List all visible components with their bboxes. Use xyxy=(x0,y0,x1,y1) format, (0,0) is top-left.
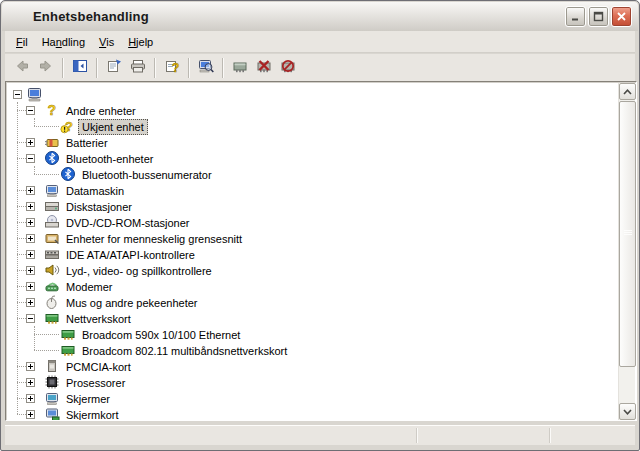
status-bar xyxy=(5,425,635,445)
minimize-button[interactable] xyxy=(565,6,586,27)
show-hide-console-tree-button[interactable] xyxy=(68,56,92,79)
tree-connector xyxy=(17,270,26,271)
update-driver-button[interactable] xyxy=(228,56,252,79)
collapse-toggle[interactable] xyxy=(26,154,35,163)
tree-connector xyxy=(17,318,26,319)
toolbar: ? xyxy=(5,54,635,81)
menu-hjelp[interactable]: Hjelp xyxy=(121,33,160,51)
tree-connector xyxy=(34,174,59,175)
expand-toggle[interactable] xyxy=(26,218,35,227)
print-button[interactable] xyxy=(126,56,150,79)
tree-item-bluetooth-bussenumerator: Bluetooth-bussenumerator xyxy=(6,166,606,182)
expand-toggle[interactable] xyxy=(26,378,35,387)
tree-item-broadcom-590x-10-100-ethernet: Broadcom 590x 10/100 Ethernet xyxy=(6,326,606,342)
tree-item-label[interactable]: Andre enheter xyxy=(62,103,140,119)
uninstall-device-button[interactable] xyxy=(252,56,276,79)
device-manager-icon xyxy=(11,8,28,25)
tree-item-label[interactable]: PCMCIA-kort xyxy=(62,359,135,375)
expand-toggle[interactable] xyxy=(26,266,35,275)
properties-button[interactable] xyxy=(102,56,126,79)
disable-device-button[interactable] xyxy=(276,56,300,79)
collapse-toggle[interactable] xyxy=(26,314,35,323)
scrollbar-grip xyxy=(624,230,632,236)
expand-toggle[interactable] xyxy=(26,298,35,307)
tree-item-label[interactable]: Bluetooth-bussenumerator xyxy=(78,167,216,183)
collapse-toggle[interactable] xyxy=(13,90,22,99)
network-adapter-icon xyxy=(60,326,76,342)
toolbar-separator xyxy=(96,58,98,78)
scrollbar-thumb[interactable] xyxy=(619,101,636,367)
cdrom-drive-icon xyxy=(44,214,60,230)
tree-connector xyxy=(17,254,26,255)
expand-toggle[interactable] xyxy=(26,250,35,259)
sound-icon xyxy=(44,262,60,278)
tree-item-skjermkort: Skjermkort xyxy=(6,406,606,421)
vertical-scrollbar[interactable] xyxy=(618,83,635,420)
tree-item-label[interactable]: Prosessorer xyxy=(62,375,129,391)
tree-item-label[interactable]: Skjermer xyxy=(62,391,114,407)
hid-icon xyxy=(44,230,60,246)
maximize-button[interactable] xyxy=(588,6,609,27)
computer-small-icon xyxy=(44,182,60,198)
tree-item-label[interactable]: Bluetooth-enheter xyxy=(62,151,157,167)
toolbar-separator xyxy=(62,58,64,78)
tree-connector xyxy=(34,126,59,127)
expand-toggle[interactable] xyxy=(26,362,35,371)
tree-item-mus-og-andre-pekeenheter: Mus og andre pekeenheter xyxy=(6,294,606,310)
tree-item-label[interactable]: Lyd-, video- og spillkontrollere xyxy=(62,263,216,279)
help-icon: ? xyxy=(164,58,180,77)
tree-item-label[interactable]: Ukjent enhet xyxy=(78,119,148,135)
tree-connector xyxy=(17,398,26,399)
status-divider xyxy=(416,428,418,443)
svg-text:?: ? xyxy=(172,61,179,75)
tree-item-label[interactable]: Modemer xyxy=(62,279,116,295)
expand-toggle[interactable] xyxy=(26,282,35,291)
back-button[interactable] xyxy=(10,56,34,79)
tree-item-label[interactable]: Enheter for menneskelig grensesnitt xyxy=(62,231,246,247)
tree-item-label[interactable]: Mus og andre pekeenheter xyxy=(62,295,201,311)
expand-toggle[interactable] xyxy=(26,202,35,211)
scroll-down-button[interactable] xyxy=(619,403,636,420)
tree-item-label[interactable]: Batterier xyxy=(62,135,112,151)
titlebar[interactable]: Enhetsbehandling xyxy=(2,2,638,31)
collapse-toggle[interactable] xyxy=(26,106,35,115)
tree-item-label[interactable]: DVD-/CD-ROM-stasjoner xyxy=(62,215,193,231)
tree-connector xyxy=(34,334,59,335)
status-divider xyxy=(549,428,551,443)
scroll-up-button[interactable] xyxy=(619,83,636,100)
tree-item-label[interactable]: Broadcom 802.11 multibåndsnettverkskort xyxy=(78,343,291,359)
expand-toggle[interactable] xyxy=(26,394,35,403)
close-button[interactable] xyxy=(611,6,632,27)
chevron-up-icon xyxy=(623,89,632,95)
forward-button[interactable] xyxy=(34,56,58,79)
tree-connector xyxy=(17,102,18,414)
menu-fil[interactable]: Fil xyxy=(9,33,35,51)
menu-handling[interactable]: Handling xyxy=(35,33,92,51)
expand-toggle[interactable] xyxy=(26,138,35,147)
tree-item-label[interactable]: Diskstasjoner xyxy=(62,199,136,215)
tree-connector xyxy=(34,118,35,126)
close-icon xyxy=(616,11,627,22)
print-icon xyxy=(130,58,146,77)
window-title: Enhetsbehandling xyxy=(33,9,563,24)
tree-item-label[interactable]: Broadcom 590x 10/100 Ethernet xyxy=(78,327,244,343)
tree-item-label[interactable]: Nettverkskort xyxy=(62,311,135,327)
tree-item-label[interactable]: Datamaskin xyxy=(62,183,128,199)
tree-connector xyxy=(34,166,35,174)
device-manager-window: Enhetsbehandling FilHandlingVisHjelp ? ?… xyxy=(0,0,640,451)
tree-item-label[interactable]: IDE ATA/ATAPI-kontrollere xyxy=(62,247,199,263)
expand-toggle[interactable] xyxy=(26,234,35,243)
device-tree: ?Andre enheter?Ukjent enhetBatterierBlue… xyxy=(5,81,637,421)
tree-connector xyxy=(17,366,26,367)
menu-vis[interactable]: Vis xyxy=(92,33,121,51)
tree-item-andre-enheter: ?Andre enheter xyxy=(6,102,606,118)
expand-toggle[interactable] xyxy=(26,410,35,419)
network-adapter-icon xyxy=(60,342,76,358)
disk-drive-icon xyxy=(44,198,60,214)
toolbar-separator xyxy=(154,58,156,78)
tree-item-label[interactable]: Skjermkort xyxy=(62,407,123,421)
help-button[interactable]: ? xyxy=(160,56,184,79)
scan-hardware-changes-button[interactable] xyxy=(194,56,218,79)
tree-item-batterier: Batterier xyxy=(6,134,606,150)
expand-toggle[interactable] xyxy=(26,186,35,195)
